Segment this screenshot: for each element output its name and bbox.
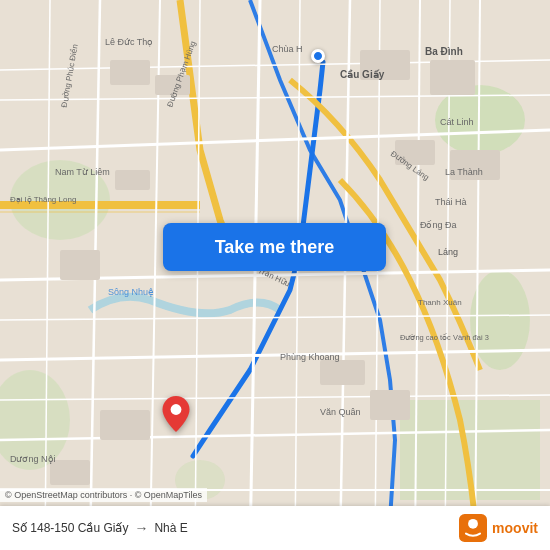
svg-text:Chùa H: Chùa H bbox=[272, 44, 303, 54]
take-me-there-button[interactable]: Take me there bbox=[163, 223, 386, 271]
svg-text:Cầu Giấy: Cầu Giấy bbox=[340, 69, 385, 80]
map-container: Lê Đức Thọ Đường Phạm Hùng Chùa H Cầu Gi… bbox=[0, 0, 550, 550]
bottom-bar: Số 148-150 Cầu Giấy → Nhà E moovit bbox=[0, 506, 550, 550]
svg-text:Đại lộ Thăng Long: Đại lộ Thăng Long bbox=[10, 195, 76, 204]
svg-text:Dương Nội: Dương Nội bbox=[10, 454, 56, 464]
svg-text:Láng: Láng bbox=[438, 247, 458, 257]
svg-rect-36 bbox=[60, 250, 100, 280]
svg-rect-39 bbox=[100, 410, 150, 440]
map-attribution: © OpenStreetMap contributors · © OpenMap… bbox=[0, 488, 207, 502]
route-to: Nhà E bbox=[154, 521, 187, 535]
svg-text:Văn Quân: Văn Quân bbox=[320, 407, 361, 417]
svg-text:Thanh Xuân: Thanh Xuân bbox=[418, 298, 462, 307]
svg-text:Nam Từ Liêm: Nam Từ Liêm bbox=[55, 167, 110, 177]
route-arrow: → bbox=[134, 520, 148, 536]
svg-text:Phùng Khoang: Phùng Khoang bbox=[280, 352, 340, 362]
svg-rect-40 bbox=[50, 460, 90, 485]
origin-marker bbox=[311, 49, 325, 63]
svg-rect-37 bbox=[320, 360, 365, 385]
svg-rect-35 bbox=[115, 170, 150, 190]
svg-text:Thái Hà: Thái Hà bbox=[435, 197, 467, 207]
route-from: Số 148-150 Cầu Giấy bbox=[12, 521, 128, 535]
svg-text:Đường cao tốc Vành đai 3: Đường cao tốc Vành đai 3 bbox=[400, 333, 489, 342]
svg-text:Sông Nhuệ: Sông Nhuệ bbox=[108, 287, 154, 297]
svg-point-62 bbox=[171, 404, 182, 415]
svg-text:Lê Đức Thọ: Lê Đức Thọ bbox=[105, 37, 153, 47]
moovit-logo-icon bbox=[459, 514, 487, 542]
svg-text:La Thành: La Thành bbox=[445, 167, 483, 177]
moovit-text: moovit bbox=[492, 520, 538, 536]
svg-rect-29 bbox=[110, 60, 150, 85]
svg-text:Ba Đình: Ba Đình bbox=[425, 46, 463, 57]
svg-rect-32 bbox=[430, 60, 475, 95]
svg-text:Cát Linh: Cát Linh bbox=[440, 117, 474, 127]
destination-marker bbox=[161, 396, 191, 436]
svg-rect-38 bbox=[370, 390, 410, 420]
svg-point-2 bbox=[470, 270, 530, 370]
moovit-logo: moovit bbox=[459, 514, 538, 542]
svg-text:Đống Đa: Đống Đa bbox=[420, 220, 457, 230]
svg-point-64 bbox=[468, 519, 478, 529]
